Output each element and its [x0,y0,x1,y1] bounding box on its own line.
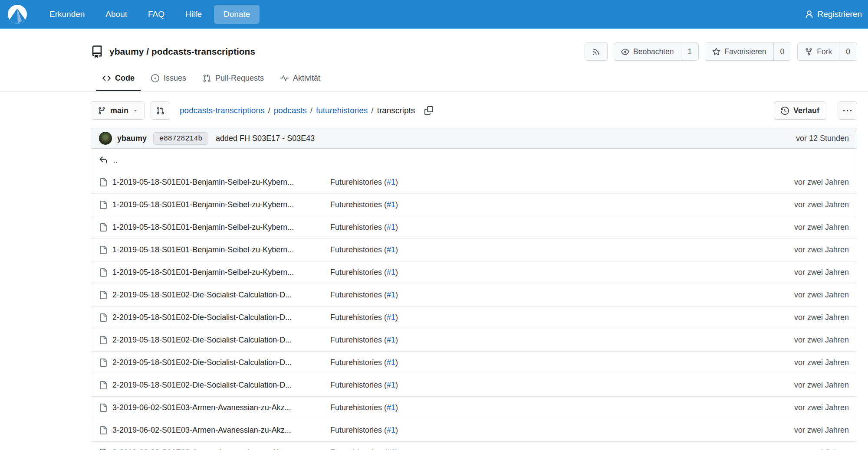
issue-link[interactable]: #1 [387,313,395,322]
file-icon [99,223,107,232]
avatar[interactable] [99,132,112,145]
file-name-link[interactable]: 2-2019-05-18-S01E02-Die-Socialist-Calcul… [112,313,292,322]
file-row: 1-2019-05-18-S01E01-Benjamin-Seibel-zu-K… [91,193,857,216]
file-row: 2-2019-05-18-S01E02-Die-Socialist-Calcul… [91,284,857,306]
issue-link[interactable]: #1 [387,178,395,186]
file-name-link[interactable]: 1-2019-05-18-S01E01-Benjamin-Seibel-zu-K… [112,223,294,232]
repo-title-text[interactable]: ybaumy / podcasts-transcriptions [109,46,255,57]
history-icon [781,107,789,115]
register-link[interactable]: Registrieren [805,10,863,19]
nav-item-erkunden[interactable]: Erkunden [39,0,95,29]
file-name-link[interactable]: 3-2019-06-02-S01E03-Armen-Avanessian-zu-… [112,448,291,450]
branch-name: main [110,106,128,115]
issue-link[interactable]: #1 [387,358,395,367]
tab-activity[interactable]: Aktivität [274,71,326,91]
watch-button[interactable]: Beobachten [614,43,681,60]
codeberg-logo-icon[interactable] [8,5,27,24]
star-button[interactable]: Favorisieren [705,43,773,60]
branch-icon [98,107,106,115]
breadcrumb-separator: / [268,106,270,115]
file-date: vor zwei Jahren [794,245,849,254]
parent-directory-row[interactable]: .. [91,149,857,171]
commit-author[interactable]: ybaumy [117,134,147,143]
file-name-link[interactable]: 1-2019-05-18-S01E01-Benjamin-Seibel-zu-K… [112,245,294,254]
nav-item-hilfe[interactable]: Hilfe [175,0,212,29]
compare-button[interactable] [151,101,170,120]
commit-date: vor 12 Stunden [796,134,849,143]
file-name-cell: 1-2019-05-18-S01E01-Benjamin-Seibel-zu-K… [99,245,330,254]
file-name-cell: 2-2019-05-18-S01E02-Die-Socialist-Calcul… [99,290,330,300]
file-commit-message: Futurehistories (#1) [330,200,794,209]
copy-path-button[interactable] [424,106,433,115]
branch-bar-actions: Verlauf [774,101,857,120]
star-count[interactable]: 0 [773,43,791,60]
return-arrow-icon [99,156,108,164]
compare-icon [156,107,164,115]
file-name-cell: 3-2019-06-02-S01E03-Armen-Avanessian-zu-… [99,448,330,450]
file-icon [99,381,107,389]
file-row: 2-2019-05-18-S01E02-Die-Socialist-Calcul… [91,374,857,396]
nav-item-faq[interactable]: FAQ [138,0,175,29]
more-options-button[interactable] [838,101,857,120]
file-name-link[interactable]: 2-2019-05-18-S01E02-Die-Socialist-Calcul… [112,336,292,345]
issue-link[interactable]: #1 [387,403,395,412]
history-button[interactable]: Verlauf [774,101,826,120]
tab-pull-requests[interactable]: Pull-Requests [197,71,270,91]
file-icon [99,246,107,254]
issue-link[interactable]: #1 [387,245,395,254]
tab-code-label: Code [115,74,135,83]
issue-link[interactable]: #1 [387,448,395,450]
file-date: vor zwei Jahren [794,290,849,300]
fork-count[interactable]: 0 [839,43,857,60]
nav-item-about[interactable]: About [95,0,138,29]
file-commit-message: Futurehistories (#1) [330,403,794,412]
file-name-link[interactable]: 3-2019-06-02-S01E03-Armen-Avanessian-zu-… [112,426,291,435]
file-commit-message: Futurehistories (#1) [330,268,794,277]
watch-count[interactable]: 1 [681,43,699,60]
latest-commit-row: ybaumy e88728214b added FH S03E17 - S03E… [91,128,857,149]
file-name-link[interactable]: 2-2019-05-18-S01E02-Die-Socialist-Calcul… [112,358,292,367]
issue-link[interactable]: #1 [387,336,395,344]
file-name-link[interactable]: 2-2019-05-18-S01E02-Die-Socialist-Calcul… [112,381,292,390]
file-icon [99,336,107,344]
issue-link[interactable]: #1 [387,268,395,277]
breadcrumb: podcasts-transcriptions / podcasts / fut… [180,106,433,115]
tab-activity-label: Aktivität [293,74,320,83]
branch-selector[interactable]: main [91,101,145,120]
donate-button[interactable]: Donate [214,5,260,24]
file-icon [99,201,107,209]
file-name-link[interactable]: 1-2019-05-18-S01E01-Benjamin-Seibel-zu-K… [112,200,294,209]
file-name-link[interactable]: 2-2019-05-18-S01E02-Die-Socialist-Calcul… [112,290,292,300]
file-icon [99,291,107,299]
rss-button[interactable] [585,43,607,60]
file-date: vor zwei Jahren [794,448,849,450]
watch-button-group: Beobachten 1 [614,42,699,61]
file-name-link[interactable]: 3-2019-06-02-S01E03-Armen-Avanessian-zu-… [112,403,291,412]
file-date: vor zwei Jahren [794,426,849,435]
chevron-down-icon [133,108,138,113]
breadcrumb-link-futurehistories[interactable]: futurehistories [316,106,368,115]
file-name-cell: 2-2019-05-18-S01E02-Die-Socialist-Calcul… [99,313,330,322]
commit-message[interactable]: added FH S03E17 - S03E43 [216,134,315,143]
breadcrumb-link-podcasts[interactable]: podcasts [274,106,307,115]
file-date: vor zwei Jahren [794,223,849,232]
issue-link[interactable]: #1 [387,426,395,434]
fork-button[interactable]: Fork [798,43,839,60]
star-button-group: Favorisieren 0 [705,42,791,61]
repo-title: ybaumy / podcasts-transcriptions [91,46,255,58]
issue-link[interactable]: #1 [387,200,395,209]
person-icon [805,10,814,19]
issue-link[interactable]: #1 [387,381,395,389]
file-icon [99,426,107,434]
breadcrumb-link-repo[interactable]: podcasts-transcriptions [180,106,264,115]
file-name-link[interactable]: 1-2019-05-18-S01E01-Benjamin-Seibel-zu-K… [112,178,294,187]
repo-actions: Beobachten 1 Favorisieren 0 Fo [585,42,857,61]
file-name-cell: 1-2019-05-18-S01E01-Benjamin-Seibel-zu-K… [99,223,330,232]
issue-link[interactable]: #1 [387,223,395,232]
tab-issues[interactable]: Issues [145,71,192,91]
issue-link[interactable]: #1 [387,290,395,299]
file-name-link[interactable]: 1-2019-05-18-S01E01-Benjamin-Seibel-zu-K… [112,268,294,277]
ellipsis-icon [843,107,852,115]
commit-hash-badge[interactable]: e88728214b [153,132,208,145]
tab-code[interactable]: Code [96,71,141,91]
